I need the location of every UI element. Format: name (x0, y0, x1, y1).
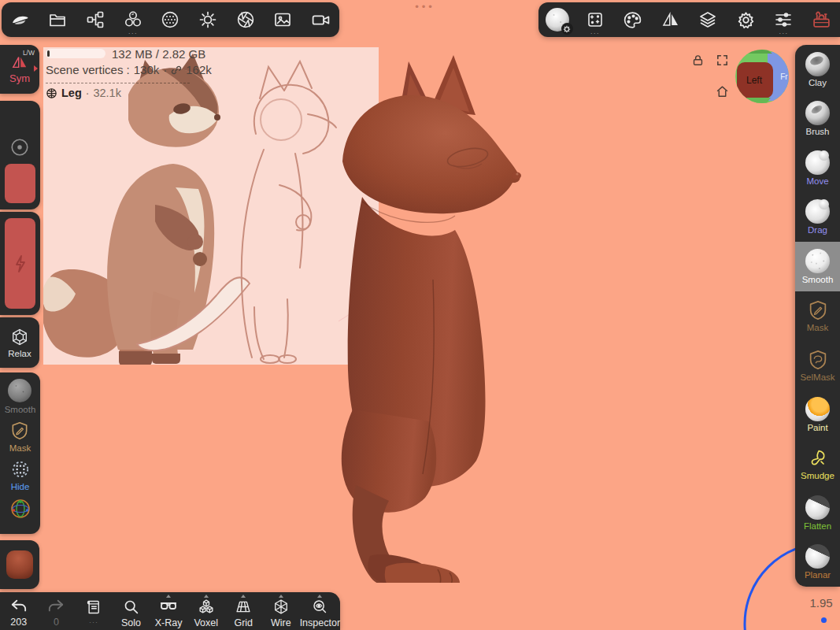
lighting-button[interactable] (191, 2, 225, 37)
wire-caret-icon (279, 595, 283, 598)
grid-button[interactable]: Grid (224, 592, 262, 630)
mask-shield-icon (807, 299, 829, 321)
voxel-button[interactable]: Voxel (187, 592, 225, 630)
symmetry-mirror-icon (661, 10, 680, 29)
home-view-button[interactable] (716, 85, 729, 98)
hide-dotted-icon (10, 459, 31, 480)
grid-plane-icon (235, 598, 252, 615)
tool-planar[interactable]: Planar (795, 537, 840, 587)
tool-flatten[interactable]: Flatten (795, 488, 840, 538)
postprocess-button[interactable] (228, 2, 263, 37)
mesh-name: Leg (61, 87, 82, 99)
undo-button[interactable]: 203 (0, 592, 38, 630)
redo-icon (47, 598, 65, 614)
brush-sphere-icon (805, 101, 830, 125)
clay-sphere-icon (805, 52, 830, 76)
gyro-button[interactable] (9, 498, 31, 520)
undo-count: 203 (10, 617, 27, 628)
interface-button[interactable]: ··· (766, 2, 801, 37)
mask-shield-icon (9, 421, 30, 441)
radius-dot (821, 617, 827, 623)
painting-button[interactable] (616, 2, 650, 37)
scene-graph-icon (86, 10, 105, 29)
fullscreen-button[interactable] (716, 54, 729, 67)
stroke-settings-icon (586, 10, 605, 29)
painting-palette-icon (623, 10, 642, 30)
tool-smooth[interactable]: Smooth (795, 242, 840, 291)
xray-caret-icon (166, 595, 171, 598)
scene-graph-button[interactable] (78, 2, 113, 37)
undo-icon (10, 598, 28, 614)
symmetry-button-label: Sym (9, 72, 30, 84)
xray-button[interactable]: X-Ray (150, 592, 187, 630)
nomad-logo-icon (10, 9, 31, 30)
materials-button[interactable]: ··· (116, 2, 150, 37)
symmetry-red-icon (11, 54, 28, 70)
solo-button[interactable]: Solo (113, 592, 150, 630)
gyro-icon (9, 498, 31, 520)
active-tool-sphere-icon (546, 8, 569, 32)
background-image-button[interactable] (265, 2, 300, 37)
nomad-logo-button[interactable] (3, 2, 38, 37)
selected-mesh-row[interactable]: Leg · 32.1k (46, 87, 121, 99)
smudge-finger-icon (807, 447, 829, 469)
active-tool-preview-button[interactable] (540, 2, 575, 37)
home-icon (716, 85, 729, 98)
falloff-button[interactable] (9, 137, 30, 158)
scene-vertices-linked: 162k (186, 63, 212, 76)
tool-paint[interactable]: Paint (795, 390, 840, 439)
falloff-circle-icon (9, 137, 30, 158)
quick-hide-button[interactable]: Hide (10, 459, 31, 491)
history-menu-button[interactable]: ··· (75, 592, 113, 630)
xray-glasses-icon (159, 598, 178, 615)
project-folder-icon (48, 10, 67, 29)
intensity-bolt-icon (14, 255, 27, 272)
relax-tool-button[interactable]: Relax (0, 317, 39, 368)
tool-move[interactable]: Move (795, 143, 840, 193)
memory-usage: 132 MB / 2.82 GB (112, 47, 205, 61)
quick-smooth-button[interactable]: Smooth (5, 379, 36, 414)
symmetry-toggle-button[interactable]: L/W Sym (0, 45, 39, 94)
tool-clay[interactable]: Clay (795, 45, 840, 94)
symmetry-expand-chevron-icon (34, 65, 38, 72)
radius-slider[interactable] (5, 164, 35, 203)
material-preview-cube (6, 550, 33, 579)
tool-brush[interactable]: Brush (795, 94, 840, 144)
tool-selmask[interactable]: SelMask (795, 340, 840, 390)
scene-vertices: Scene vertices : 130k · 162k (46, 63, 212, 76)
project-folder-button[interactable] (40, 2, 75, 37)
inspector-button[interactable]: Inspector (300, 592, 340, 630)
symmetry-button[interactable] (653, 2, 688, 37)
settings-button[interactable] (728, 2, 763, 37)
wire-button[interactable]: Wire (262, 592, 300, 630)
quick-mask-label: Mask (9, 443, 31, 453)
topology-button[interactable] (153, 2, 187, 37)
intensity-slider[interactable] (5, 218, 35, 309)
lock-button[interactable] (691, 54, 705, 67)
link-icon (171, 65, 182, 76)
redo-button[interactable]: 0 (38, 592, 76, 630)
smooth-sphere-icon (805, 249, 830, 273)
memory-bar (46, 49, 105, 58)
tool-smudge[interactable]: Smudge (795, 439, 840, 488)
interface-sliders-icon (774, 10, 793, 29)
tool-drag[interactable]: Drag (795, 193, 840, 243)
relax-label: Relax (8, 349, 31, 358)
wireframe-icon (272, 598, 290, 615)
settings-toolbar: ··· ··· (538, 2, 840, 37)
island-handle[interactable]: ••• (401, 1, 449, 13)
orientation-gizmo[interactable]: Left Fr (735, 49, 790, 104)
layers-button[interactable] (690, 2, 725, 37)
quick-mask-button[interactable]: Mask (9, 421, 31, 453)
toolbox-button[interactable] (804, 2, 838, 37)
symmetry-mode-label: L/W (23, 49, 35, 57)
camera-button[interactable] (303, 2, 338, 37)
material-panel[interactable] (0, 540, 39, 589)
stats-divider (46, 83, 190, 83)
main-toolbar: ··· (2, 2, 339, 37)
quick-smooth-label: Smooth (5, 405, 36, 414)
tool-mask[interactable]: Mask (795, 291, 840, 341)
quick-hide-label: Hide (11, 482, 30, 491)
stroke-settings-button[interactable]: ··· (578, 2, 612, 37)
grid-caret-icon (241, 595, 246, 598)
